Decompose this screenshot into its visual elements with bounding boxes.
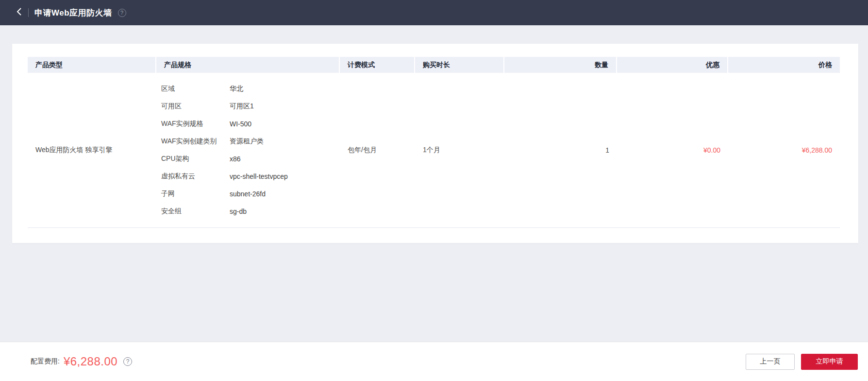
spec-label: 虚拟私有云 (161, 172, 230, 181)
footer-bar: 配置费用: ¥6,288.00 ? 上一页 立即申请 (0, 342, 868, 381)
spec-label: 可用区 (161, 102, 230, 111)
order-table: 产品类型 产品规格 计费模式 购买时长 数量 优惠 价格 Web应用防火墙 独享… (28, 57, 840, 228)
column-header-quantity: 数量 (504, 57, 617, 73)
cell-product-spec: 区域 华北 可用区 可用区1 WAF实例规格 WI-500 WAF实例创建类别 … (156, 73, 340, 227)
column-header-product-spec: 产品规格 (156, 57, 340, 73)
column-header-product-type: 产品类型 (28, 57, 156, 73)
spec-row-vpc: 虚拟私有云 vpc-shell-testvpcep (161, 168, 335, 185)
cell-billing-mode: 包年/包月 (340, 73, 415, 227)
config-fee-label: 配置费用: (31, 357, 60, 366)
spec-row-waf-category: WAF实例创建类别 资源租户类 (161, 133, 335, 150)
spec-label: CPU架构 (161, 155, 230, 163)
spec-value: 资源租户类 (230, 137, 264, 146)
spec-value: 华北 (230, 85, 243, 93)
spec-row-security-group: 安全组 sg-db (161, 203, 335, 220)
spec-label: WAF实例规格 (161, 120, 230, 128)
table-row: Web应用防火墙 独享引擎 区域 华北 可用区 可用区1 WAF实例规格 WI-… (28, 73, 840, 228)
cell-quantity: 1 (504, 73, 617, 227)
title-divider (28, 8, 29, 17)
spec-row-subnet: 子网 subnet-26fd (161, 185, 335, 203)
cell-discount: ¥0.00 (617, 73, 728, 227)
apply-now-button[interactable]: 立即申请 (801, 354, 858, 370)
spec-value: subnet-26fd (230, 190, 266, 198)
spec-value: 可用区1 (230, 102, 254, 111)
column-header-billing-mode: 计费模式 (340, 57, 415, 73)
config-fee-value: ¥6,288.00 (64, 355, 117, 368)
cell-product-type: Web应用防火墙 独享引擎 (28, 73, 156, 227)
column-header-duration: 购买时长 (415, 57, 504, 73)
cell-duration: 1个月 (415, 73, 504, 227)
spec-label: 区域 (161, 85, 230, 93)
top-bar: 申请Web应用防火墙 ? (0, 0, 868, 25)
spec-row-cpu-arch: CPU架构 x86 (161, 150, 335, 168)
fee-help-icon[interactable]: ? (123, 357, 132, 366)
spec-row-waf-spec: WAF实例规格 WI-500 (161, 115, 335, 133)
title-help-icon[interactable]: ? (118, 9, 126, 17)
spec-label: 安全组 (161, 207, 230, 216)
page-title: 申请Web应用防火墙 (34, 7, 112, 18)
previous-page-button[interactable]: 上一页 (746, 354, 795, 370)
spec-value: vpc-shell-testvpcep (230, 173, 288, 180)
column-header-price: 价格 (728, 57, 840, 73)
spec-value: x86 (230, 155, 241, 163)
table-header-row: 产品类型 产品规格 计费模式 购买时长 数量 优惠 价格 (28, 57, 840, 73)
spec-value: WI-500 (230, 120, 251, 128)
spec-label: 子网 (161, 190, 230, 198)
spec-label: WAF实例创建类别 (161, 137, 230, 146)
back-button[interactable] (13, 6, 25, 19)
back-chevron-icon (17, 7, 22, 18)
spec-row-region: 区域 华北 (161, 80, 335, 98)
spec-row-az: 可用区 可用区1 (161, 98, 335, 115)
order-summary-card: 产品类型 产品规格 计费模式 购买时长 数量 优惠 价格 Web应用防火墙 独享… (12, 44, 858, 243)
column-header-discount: 优惠 (617, 57, 728, 73)
cell-price: ¥6,288.00 (728, 73, 840, 227)
spec-value: sg-db (230, 208, 247, 215)
